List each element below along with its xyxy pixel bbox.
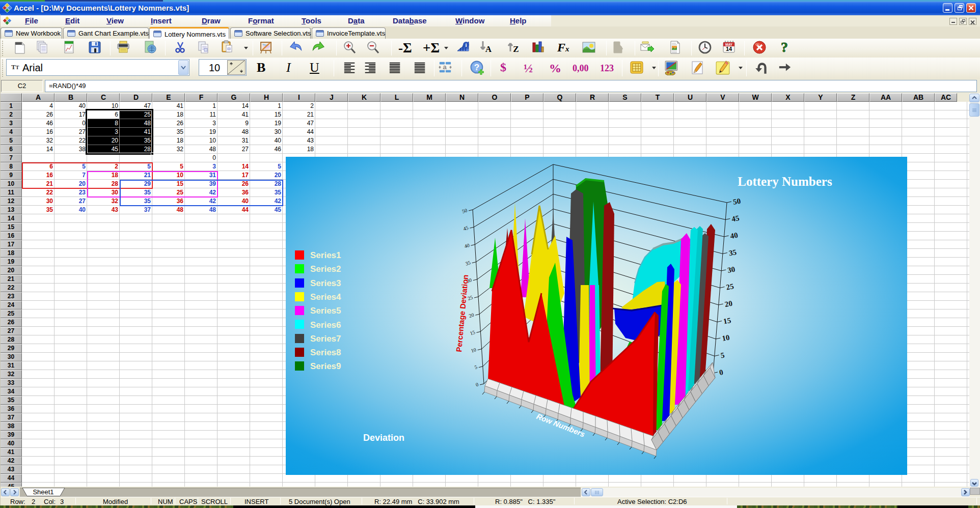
svg-text:Sheet1: Sheet1 — [33, 488, 53, 496]
svg-text:40: 40 — [729, 231, 739, 240]
svg-text:Series4: Series4 — [310, 292, 341, 302]
svg-text:A: A — [485, 44, 492, 54]
svg-text:Series9: Series9 — [310, 361, 341, 371]
svg-text:Lottery Numbers: Lottery Numbers — [738, 175, 832, 188]
svg-text:Series8: Series8 — [310, 348, 341, 357]
svg-text:14: 14 — [726, 46, 732, 52]
svg-text:i: i — [465, 42, 467, 48]
svg-text:Series6: Series6 — [310, 320, 341, 330]
svg-text:35: 35 — [728, 248, 738, 257]
svg-text:Series2: Series2 — [310, 264, 341, 274]
svg-text:10: 10 — [721, 333, 730, 343]
svg-text:50: 50 — [732, 197, 742, 206]
svg-text:20: 20 — [724, 299, 733, 308]
svg-text:Series1: Series1 — [310, 250, 341, 260]
svg-text:Series3: Series3 — [310, 278, 341, 288]
svg-text:30: 30 — [727, 265, 736, 274]
svg-text:?: ? — [474, 62, 479, 72]
svg-text:25: 25 — [725, 282, 734, 291]
svg-text:a: a — [443, 63, 447, 71]
svg-text:45: 45 — [731, 214, 740, 223]
svg-text:Series5: Series5 — [310, 306, 341, 316]
svg-text:?: ? — [781, 40, 788, 54]
svg-text:Z: Z — [513, 44, 519, 54]
svg-text:Series7: Series7 — [310, 334, 341, 344]
svg-text:Deviation: Deviation — [363, 433, 404, 443]
svg-text:15: 15 — [723, 316, 732, 325]
